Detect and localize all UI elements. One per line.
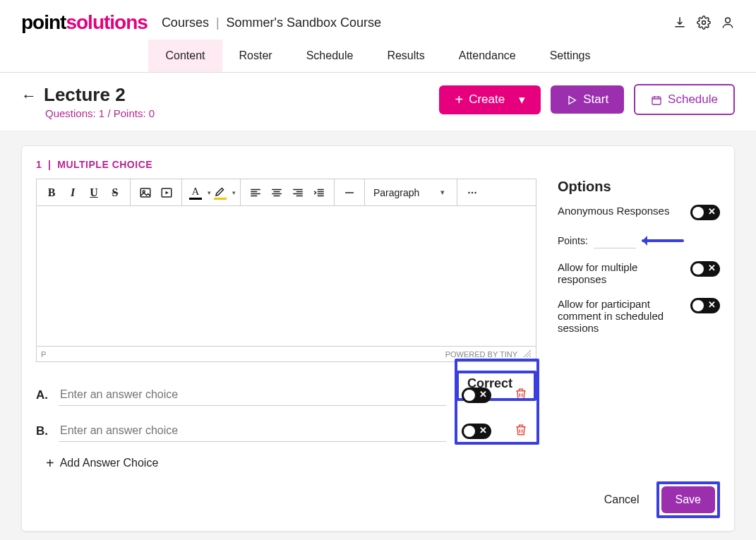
schedule-button-label: Schedule: [668, 92, 718, 107]
svg-point-6: [468, 191, 469, 193]
brand-solutions: solutions: [66, 11, 147, 33]
indent-button[interactable]: [308, 182, 330, 203]
breadcrumb-separator: |: [216, 16, 220, 30]
align-right-button[interactable]: [287, 182, 308, 203]
more-button[interactable]: [462, 182, 483, 203]
align-left-button[interactable]: [245, 182, 266, 203]
download-icon[interactable]: [673, 16, 687, 30]
option-anonymous: Anonymous Responses ✕: [558, 205, 720, 220]
editor-powered-by: POWERED BY TINY: [445, 350, 517, 359]
question-card: 1 | MULTIPLE CHOICE B I U S: [21, 145, 735, 532]
editor-toolbar: B I U S A: [36, 179, 536, 205]
answer-letter: A.: [36, 388, 50, 402]
align-center-button[interactable]: [266, 182, 287, 203]
calendar-icon: [651, 92, 662, 107]
format-select[interactable]: Paragraph ▾: [365, 180, 457, 205]
breadcrumb-course[interactable]: Sommer's Sandbox Course: [227, 16, 382, 30]
multiple-responses-toggle[interactable]: ✕: [690, 261, 720, 277]
answer-input[interactable]: [59, 420, 446, 442]
page-title: Lecture 2: [44, 84, 155, 106]
tab-schedule[interactable]: Schedule: [289, 40, 371, 72]
add-answer-choice-label: Add Answer Choice: [60, 457, 159, 469]
cancel-button[interactable]: Cancel: [604, 493, 640, 506]
save-button[interactable]: Save: [661, 486, 715, 513]
page-subtitle: Questions: 1 / Points: 0: [45, 107, 155, 119]
tab-attendance[interactable]: Attendance: [442, 40, 533, 72]
breadcrumb: Courses | Sommer's Sandbox Course: [162, 16, 381, 30]
highlight-arrow-icon: [642, 239, 684, 242]
start-button[interactable]: Start: [551, 85, 624, 114]
participant-comment-toggle[interactable]: ✕: [690, 298, 720, 313]
question-label: 1 | MULTIPLE CHOICE: [36, 159, 720, 170]
text-color-button[interactable]: A ▾: [186, 182, 211, 203]
options-title: Options: [558, 179, 720, 195]
strikethrough-button[interactable]: S: [104, 182, 126, 203]
insert-media-button[interactable]: [156, 182, 177, 203]
editor-path: P: [41, 350, 46, 359]
svg-point-1: [726, 18, 731, 23]
card-actions: Cancel Save: [36, 481, 720, 518]
insert-image-button[interactable]: [135, 182, 156, 203]
user-icon[interactable]: [721, 16, 735, 30]
tab-settings[interactable]: Settings: [533, 40, 608, 72]
points-input[interactable]: [594, 233, 636, 248]
highlight-color-button[interactable]: ▾: [211, 182, 236, 203]
breadcrumb-root[interactable]: Courses: [162, 16, 209, 30]
play-icon: [566, 92, 577, 107]
start-button-label: Start: [583, 92, 608, 107]
italic-button[interactable]: I: [62, 182, 83, 203]
svg-rect-3: [140, 188, 150, 197]
answer-letter: B.: [36, 424, 50, 438]
page-header: ← Lecture 2 Questions: 1 / Points: 0 + C…: [0, 73, 756, 131]
answer-input[interactable]: [59, 384, 446, 406]
correct-toggle[interactable]: ✕: [462, 424, 491, 439]
schedule-button[interactable]: Schedule: [634, 84, 735, 115]
options-panel: Options Anonymous Responses ✕ Points: Al…: [558, 179, 720, 470]
course-nav: Content Roster Schedule Results Attendan…: [0, 40, 756, 73]
answer-row: B. ✕: [36, 413, 536, 449]
svg-point-8: [474, 191, 476, 193]
back-arrow-icon[interactable]: ←: [21, 87, 37, 105]
correct-toggle[interactable]: ✕: [462, 388, 491, 403]
underline-button[interactable]: U: [83, 182, 104, 203]
anonymous-toggle[interactable]: ✕: [690, 205, 720, 220]
brand-logo: pointsolutions: [21, 11, 148, 34]
top-bar: pointsolutions Courses | Sommer's Sandbo…: [0, 0, 756, 40]
top-bar-actions: [673, 16, 735, 30]
content-canvas: 1 | MULTIPLE CHOICE B I U S: [0, 131, 756, 540]
create-button[interactable]: + Create ▾: [439, 85, 541, 114]
add-answer-choice-button[interactable]: + Add Answer Choice: [46, 456, 536, 470]
format-select-label: Paragraph: [373, 187, 419, 198]
plus-icon: +: [455, 92, 463, 107]
horizontal-rule-button[interactable]: [339, 182, 360, 203]
caret-down-icon: ▾: [519, 92, 525, 107]
option-participant-comment: Allow for participant comment in schedul…: [558, 298, 720, 334]
svg-point-0: [702, 21, 706, 25]
question-text-editor[interactable]: [36, 205, 536, 347]
tab-content[interactable]: Content: [148, 40, 222, 72]
svg-point-7: [472, 191, 473, 193]
resize-handle-icon[interactable]: [523, 349, 532, 359]
gear-icon[interactable]: [697, 16, 711, 30]
option-points: Points:: [558, 233, 720, 248]
tab-roster[interactable]: Roster: [222, 40, 289, 72]
option-multiple-responses: Allow for multiple responses ✕: [558, 261, 720, 285]
brand-point: point: [21, 11, 66, 33]
chevron-down-icon: ▾: [440, 188, 445, 197]
points-label: Points:: [558, 235, 588, 246]
editor-column: B I U S A: [36, 179, 536, 470]
plus-icon: +: [46, 456, 54, 470]
svg-rect-2: [652, 97, 661, 104]
bold-button[interactable]: B: [41, 182, 62, 203]
chevron-down-icon: ▾: [232, 189, 236, 196]
tab-results[interactable]: Results: [370, 40, 441, 72]
create-button-label: Create: [469, 92, 505, 107]
editor-statusbar: P POWERED BY TINY: [36, 347, 536, 362]
delete-answer-button[interactable]: [514, 423, 528, 439]
answers-section: Correct A. ✕: [36, 371, 536, 470]
highlight-save-button: Save: [656, 481, 720, 518]
